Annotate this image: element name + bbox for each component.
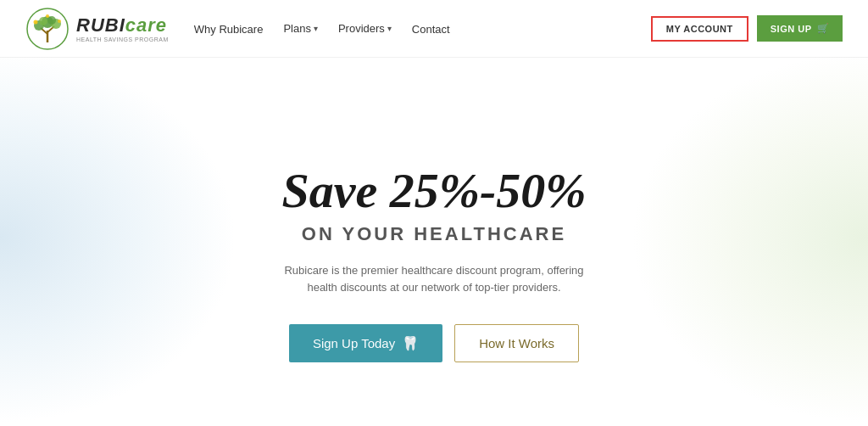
- svg-point-11: [46, 14, 49, 18]
- logo-subtitle: health savings program: [76, 36, 169, 42]
- providers-chevron-icon: ▾: [387, 24, 392, 33]
- nav-dropdown-providers[interactable]: Providers ▾: [338, 22, 392, 35]
- nav-item-contact[interactable]: Contact: [412, 21, 450, 36]
- nav-link-plans[interactable]: Plans: [283, 22, 311, 35]
- nav-item-plans[interactable]: Plans ▾: [283, 22, 318, 35]
- nav-item-why[interactable]: Why Rubicare: [194, 21, 264, 36]
- hero-buttons: Sign Up Today 🦷 How It Works: [289, 324, 579, 362]
- nav-link-providers[interactable]: Providers: [338, 22, 385, 35]
- how-it-works-button[interactable]: How It Works: [454, 324, 579, 362]
- nav-link-contact[interactable]: Contact: [412, 23, 450, 36]
- sign-up-nav-button[interactable]: SIGN UP 🛒: [757, 15, 843, 42]
- hero-headline: Save 25%-50%: [281, 164, 586, 218]
- sign-up-nav-label: SIGN UP: [771, 24, 812, 34]
- nav-item-providers[interactable]: Providers ▾: [338, 22, 392, 35]
- logo-title: RUBIcare: [76, 14, 169, 36]
- svg-point-9: [34, 20, 38, 24]
- navbar: RUBIcare health savings program Why Rubi…: [0, 0, 868, 58]
- svg-point-7: [39, 17, 47, 25]
- navbar-left: RUBIcare health savings program Why Rubi…: [25, 7, 450, 51]
- svg-point-8: [47, 16, 56, 25]
- signup-hero-button[interactable]: Sign Up Today 🦷: [289, 324, 442, 362]
- hero-subheadline: ON YOUR HEALTHCARE: [302, 223, 566, 245]
- logo-text: RUBIcare health savings program: [76, 14, 169, 42]
- logo[interactable]: RUBIcare health savings program: [25, 7, 169, 51]
- nav-link-why[interactable]: Why Rubicare: [194, 23, 264, 36]
- navbar-right: MY ACCOUNT SIGN UP 🛒: [651, 15, 843, 42]
- signup-hero-label: Sign Up Today: [313, 336, 395, 350]
- nav-links: Why Rubicare Plans ▾ Providers ▾ Contact: [194, 21, 450, 36]
- logo-icon: [25, 7, 70, 51]
- svg-point-10: [58, 20, 61, 23]
- my-account-button[interactable]: MY ACCOUNT: [651, 16, 748, 42]
- nav-dropdown-plans[interactable]: Plans ▾: [283, 22, 318, 35]
- cart-icon: 🛒: [817, 23, 830, 34]
- plans-chevron-icon: ▾: [314, 24, 318, 33]
- tooth-icon: 🦷: [402, 335, 419, 351]
- hero-description: Rubicare is the premier healthcare disco…: [281, 262, 587, 298]
- hero-section: Save 25%-50% ON YOUR HEALTHCARE Rubicare…: [0, 58, 868, 426]
